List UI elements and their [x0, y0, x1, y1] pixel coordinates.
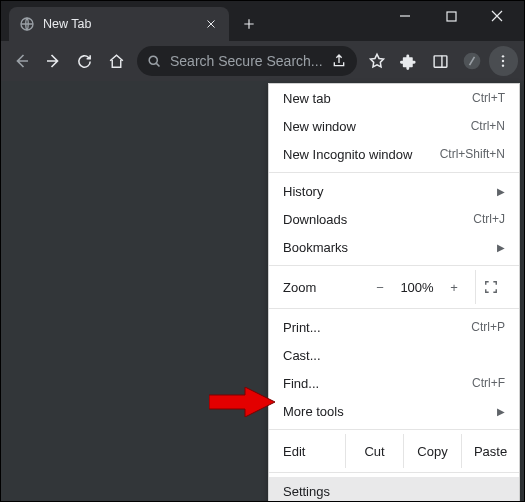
menu-new-window[interactable]: New window Ctrl+N: [269, 112, 519, 140]
zoom-in-button[interactable]: +: [439, 280, 469, 295]
close-tab-icon[interactable]: [203, 16, 219, 32]
menu-separator: [269, 172, 519, 173]
search-icon: [147, 54, 162, 69]
minimize-button[interactable]: [382, 1, 428, 31]
svg-rect-3: [434, 55, 447, 66]
menu-find[interactable]: Find... Ctrl+F: [269, 369, 519, 397]
address-bar[interactable]: Search Secure Search...: [137, 46, 357, 76]
tab-title: New Tab: [43, 17, 203, 31]
toolbar: Search Secure Search...: [1, 41, 524, 81]
menu-more-tools[interactable]: More tools ▶: [269, 397, 519, 425]
chevron-right-icon: ▶: [497, 406, 505, 417]
extensions-icon[interactable]: [394, 46, 424, 76]
svg-point-2: [149, 56, 157, 64]
home-button[interactable]: [102, 46, 132, 76]
menu-print[interactable]: Print... Ctrl+P: [269, 313, 519, 341]
cut-button[interactable]: Cut: [345, 434, 403, 468]
copy-button[interactable]: Copy: [403, 434, 461, 468]
bookmark-star-icon[interactable]: [363, 46, 393, 76]
kebab-menu-icon[interactable]: [489, 46, 519, 76]
edit-label: Edit: [269, 444, 345, 459]
address-bar-placeholder: Search Secure Search...: [170, 53, 323, 69]
fullscreen-button[interactable]: [475, 270, 505, 304]
svg-point-6: [502, 60, 504, 62]
menu-history[interactable]: History ▶: [269, 177, 519, 205]
chrome-menu: New tab Ctrl+T New window Ctrl+N New Inc…: [268, 83, 520, 502]
back-button[interactable]: [7, 46, 37, 76]
menu-incognito[interactable]: New Incognito window Ctrl+Shift+N: [269, 140, 519, 168]
chevron-right-icon: ▶: [497, 186, 505, 197]
title-bar: New Tab: [1, 1, 524, 41]
menu-downloads[interactable]: Downloads Ctrl+J: [269, 205, 519, 233]
maximize-button[interactable]: [428, 1, 474, 31]
reload-button[interactable]: [70, 46, 100, 76]
browser-tab[interactable]: New Tab: [9, 7, 229, 41]
menu-new-tab[interactable]: New tab Ctrl+T: [269, 84, 519, 112]
menu-zoom-row: Zoom − 100% +: [269, 270, 519, 304]
menu-edit-row: Edit Cut Copy Paste: [269, 434, 519, 468]
svg-point-5: [502, 55, 504, 57]
menu-separator: [269, 472, 519, 473]
menu-separator: [269, 308, 519, 309]
close-window-button[interactable]: [474, 1, 520, 31]
side-panel-icon[interactable]: [426, 46, 456, 76]
svg-point-7: [502, 64, 504, 66]
globe-icon: [19, 16, 35, 32]
zoom-out-button[interactable]: −: [365, 280, 395, 295]
zoom-percent: 100%: [395, 280, 439, 295]
menu-cast[interactable]: Cast...: [269, 341, 519, 369]
window-controls: [382, 1, 520, 31]
svg-rect-1: [447, 12, 456, 21]
new-tab-button[interactable]: [235, 10, 263, 38]
menu-separator: [269, 429, 519, 430]
paste-button[interactable]: Paste: [461, 434, 519, 468]
menu-bookmarks[interactable]: Bookmarks ▶: [269, 233, 519, 261]
profile-avatar[interactable]: [457, 46, 487, 76]
chevron-right-icon: ▶: [497, 242, 505, 253]
menu-separator: [269, 265, 519, 266]
share-icon[interactable]: [331, 53, 347, 69]
zoom-label: Zoom: [283, 280, 365, 295]
forward-button[interactable]: [39, 46, 69, 76]
menu-settings[interactable]: Settings: [269, 477, 519, 502]
